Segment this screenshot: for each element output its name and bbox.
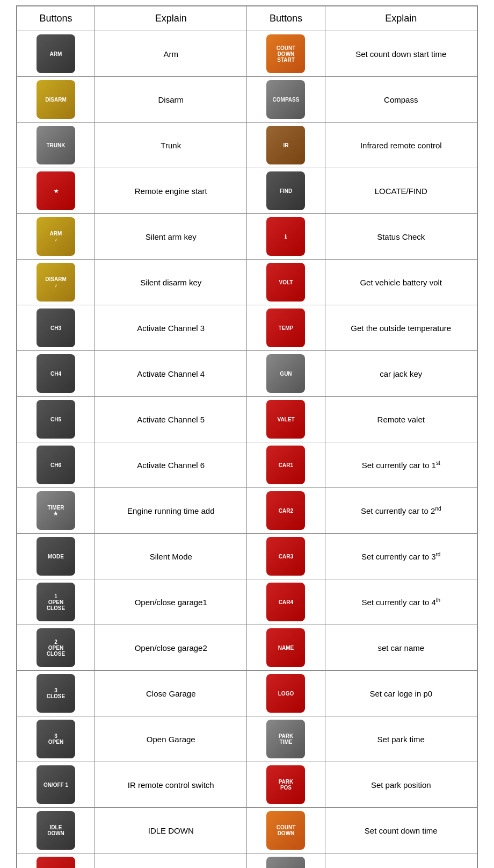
right-button-icon[interactable]: VOLT	[266, 263, 305, 302]
left-button-icon[interactable]: CH3	[37, 309, 75, 347]
left-explain-cell: Close Garage	[95, 671, 247, 716]
right-button-icon[interactable]: GUN	[266, 354, 305, 393]
left-button-icon[interactable]: START TEMP	[37, 857, 75, 868]
left-explain-cell: Open/close garage2	[95, 625, 247, 671]
right-button-cell: COMPASS	[247, 77, 325, 123]
right-explain-cell: car jack key	[325, 351, 477, 397]
right-button-cell: ℹ	[247, 214, 325, 260]
right-explain-cell: Set park time	[325, 716, 477, 762]
left-explain-cell: Trunk	[95, 123, 247, 168]
right-button-icon[interactable]: COUNT DOWN	[266, 811, 305, 850]
left-button-cell: ARM	[17, 31, 95, 77]
left-explain-cell: Arm	[95, 31, 247, 77]
left-explain-cell: Open/close garage1	[95, 579, 247, 625]
right-explain-cell: Trigger record	[325, 853, 477, 869]
table-row: CH3Activate Channel 3TEMPGet the outside…	[17, 305, 477, 351]
left-button-icon[interactable]: CH6	[37, 446, 75, 484]
right-button-icon[interactable]: VALET	[266, 400, 305, 439]
left-button-icon[interactable]: ON/OFF 1	[37, 765, 75, 804]
left-button-icon[interactable]: 2 OPEN CLOSE	[37, 628, 75, 667]
right-explain-cell: set car name	[325, 625, 477, 671]
right-explain-cell: Set currently car to 1st	[325, 442, 477, 488]
left-button-icon[interactable]: 1 OPEN CLOSE	[37, 583, 75, 621]
right-explain-cell: LOCATE/FIND	[325, 168, 477, 214]
left-button-icon[interactable]: DISARM ♪	[37, 263, 75, 302]
left-explain-cell: Disarm	[95, 77, 247, 123]
left-button-cell: ON/OFF 1	[17, 762, 95, 808]
left-button-icon[interactable]: 3 CLOSE	[37, 674, 75, 713]
right-button-icon[interactable]: TEMP	[266, 309, 305, 347]
left-button-cell: 1 OPEN CLOSE	[17, 579, 95, 625]
right-button-icon[interactable]: CAR2	[266, 491, 305, 530]
left-button-cell: CH3	[17, 305, 95, 351]
table-row: MODESilent ModeCAR3Set currently car to …	[17, 534, 477, 579]
right-button-cell: CAR3	[247, 534, 325, 579]
table-row: ARM ♪Silent arm keyℹStatus Check	[17, 214, 477, 260]
right-button-icon[interactable]: CAR3	[266, 537, 305, 576]
left-button-icon[interactable]: MODE	[37, 537, 75, 576]
reference-table: Buttons Explain Buttons Explain ARMArmCO…	[17, 6, 477, 868]
right-button-cell: FIND	[247, 168, 325, 214]
table-row: CH5Activate Channel 5VALETRemote valet	[17, 397, 477, 442]
right-button-cell: CAR1	[247, 442, 325, 488]
left-button-cell: CH4	[17, 351, 95, 397]
right-button-cell: LOGO	[247, 671, 325, 716]
right-explain-cell: Set currently car to 2nd	[325, 488, 477, 534]
table-row: ARMArmCOUNT DOWN STARTSet count down sta…	[17, 31, 477, 77]
right-explain-cell: Get vehicle battery volt	[325, 260, 477, 305]
left-button-icon[interactable]: ARM ♪	[37, 217, 75, 256]
table-row: ★Remote engine startFINDLOCATE/FIND	[17, 168, 477, 214]
right-button-icon[interactable]: PARK TIME	[266, 720, 305, 758]
table-row: ON/OFF 1IR remote control switchPARK POS…	[17, 762, 477, 808]
left-explain-cell: IDLE DOWN	[95, 808, 247, 853]
right-button-icon[interactable]: TRIG	[266, 857, 305, 868]
right-explain-cell: Set count down time	[325, 808, 477, 853]
left-button-icon[interactable]: ★	[37, 171, 75, 210]
right-button-cell: GUN	[247, 351, 325, 397]
left-explain-cell: Silent disarm key	[95, 260, 247, 305]
left-button-cell: ARM ♪	[17, 214, 95, 260]
right-button-icon[interactable]: NAME	[266, 628, 305, 667]
right-button-icon[interactable]: FIND	[266, 171, 305, 210]
right-button-icon[interactable]: PARK POS	[266, 765, 305, 804]
right-button-cell: PARK TIME	[247, 716, 325, 762]
left-button-icon[interactable]: ARM	[37, 34, 75, 73]
left-button-cell: MODE	[17, 534, 95, 579]
right-button-icon[interactable]: LOGO	[266, 674, 305, 713]
left-button-icon[interactable]: IDLE DOWN	[37, 811, 75, 850]
left-button-icon[interactable]: CH4	[37, 354, 75, 393]
table-row: 1 OPEN CLOSEOpen/close garage1CAR4Set cu…	[17, 579, 477, 625]
left-button-cell: 3 CLOSE	[17, 671, 95, 716]
right-button-icon[interactable]: CAR4	[266, 583, 305, 621]
right-button-cell: TEMP	[247, 305, 325, 351]
left-button-icon[interactable]: CH5	[37, 400, 75, 439]
right-button-icon[interactable]: CAR1	[266, 446, 305, 484]
right-button-cell: COUNT DOWN	[247, 808, 325, 853]
right-explain-cell: Set currently car to 3rd	[325, 534, 477, 579]
right-button-cell: TRIG	[247, 853, 325, 869]
left-button-cell: CH5	[17, 397, 95, 442]
table-row: IDLE DOWNIDLE DOWNCOUNT DOWNSet count do…	[17, 808, 477, 853]
left-explain-cell: Activate Channel 4	[95, 351, 247, 397]
header-buttons-2: Buttons	[247, 6, 325, 31]
table-row: DISARM ♪Silent disarm keyVOLTGet vehicle…	[17, 260, 477, 305]
right-button-cell: NAME	[247, 625, 325, 671]
table-row: DISARMDisarmCOMPASSCompass	[17, 77, 477, 123]
right-explain-cell: Set count down start time	[325, 31, 477, 77]
right-button-icon[interactable]: COUNT DOWN START	[266, 34, 305, 73]
right-button-icon[interactable]: COMPASS	[266, 80, 305, 119]
left-button-icon[interactable]: TRUNK	[37, 126, 75, 164]
left-button-icon[interactable]: DISARM	[37, 80, 75, 119]
left-button-icon[interactable]: 3 OPEN	[37, 720, 75, 758]
table-row: TIMER ★Engine running time addCAR2Set cu…	[17, 488, 477, 534]
right-explain-cell: Get the outside temperature	[325, 305, 477, 351]
right-button-cell: CAR4	[247, 579, 325, 625]
table-row: 3 OPENOpen GaragePARK TIMESet park time	[17, 716, 477, 762]
right-button-icon[interactable]: IR	[266, 126, 305, 164]
left-button-icon[interactable]: TIMER ★	[37, 491, 75, 530]
right-explain-cell: Remote valet	[325, 397, 477, 442]
right-button-icon[interactable]: ℹ	[266, 217, 305, 256]
header-explain-1: Explain	[95, 6, 247, 31]
right-explain-cell: Set currently car to 4th	[325, 579, 477, 625]
right-button-cell: CAR2	[247, 488, 325, 534]
